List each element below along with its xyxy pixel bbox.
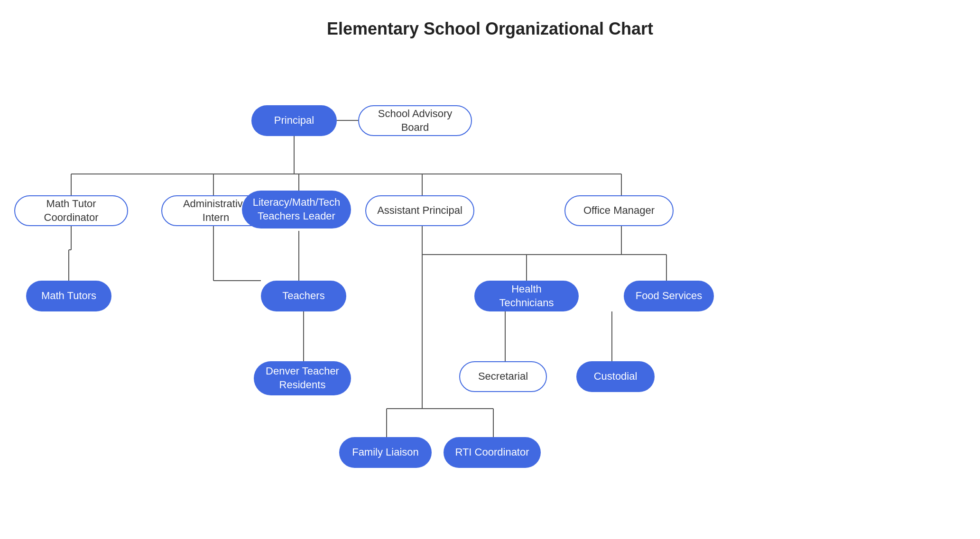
node-family-liaison: Family Liaison bbox=[339, 437, 432, 468]
node-asst-principal: Assistant Principal bbox=[365, 195, 474, 226]
node-custodial: Custodial bbox=[576, 361, 655, 392]
node-literacy-leader: Literacy/Math/TechTeachers Leader bbox=[242, 191, 351, 228]
node-health-tech: Health Technicians bbox=[474, 281, 579, 311]
node-office-manager: Office Manager bbox=[564, 195, 674, 226]
node-advisory-board: School Advisory Board bbox=[358, 105, 472, 136]
node-food-services: Food Services bbox=[624, 281, 714, 311]
node-math-tutors: Math Tutors bbox=[26, 281, 111, 311]
chart-container: Principal School Advisory Board Math Tut… bbox=[0, 48, 980, 539]
node-math-tutor-coord: Math Tutor Coordinator bbox=[14, 195, 128, 226]
node-secretarial: Secretarial bbox=[459, 361, 547, 392]
page-title: Elementary School Organizational Chart bbox=[0, 0, 980, 39]
node-teachers: Teachers bbox=[261, 281, 346, 311]
node-rti-coordinator: RTI Coordinator bbox=[444, 437, 541, 468]
node-denver-residents: Denver TeacherResidents bbox=[254, 361, 351, 395]
node-principal: Principal bbox=[251, 105, 337, 136]
